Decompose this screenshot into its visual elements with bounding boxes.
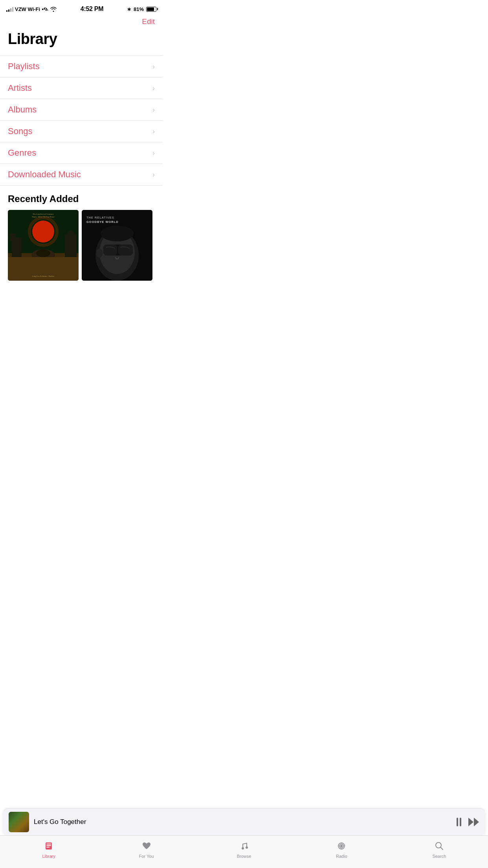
svg-point-5	[35, 223, 52, 240]
bluetooth-icon: ∗	[127, 6, 131, 12]
svg-point-25	[96, 248, 103, 258]
svg-rect-23	[103, 245, 117, 256]
library-item-albums[interactable]: Albums ›	[0, 99, 163, 121]
library-item-genres[interactable]: Genres ›	[0, 142, 163, 164]
library-item-downloaded[interactable]: Downloaded Music ›	[0, 164, 163, 186]
library-list: Playlists › Artists › Albums › Songs › G…	[0, 55, 163, 186]
signal-icon	[6, 6, 13, 12]
album-thumb-haatu[interactable]: The Loneliest of Creatures Haatu · We're…	[8, 210, 79, 281]
album-thumb-relatives[interactable]: THE RELATIVES GOODBYE WORLD	[82, 210, 152, 281]
chevron-right-icon: ›	[152, 84, 155, 92]
svg-rect-11	[65, 235, 77, 257]
edit-button[interactable]: Edit	[142, 17, 155, 26]
svg-point-10	[36, 249, 50, 257]
page-title: Library	[0, 29, 163, 55]
chevron-right-icon: ›	[152, 63, 155, 71]
svg-rect-8	[10, 234, 16, 241]
library-item-artists[interactable]: Artists ›	[0, 77, 163, 99]
top-bar: Edit	[0, 17, 163, 29]
album-grid: The Loneliest of Creatures Haatu · We're…	[0, 210, 163, 281]
library-item-playlists[interactable]: Playlists ›	[0, 56, 163, 77]
status-left: VZW Wi-Fi ▪𝀡	[6, 6, 57, 13]
svg-text:The Loneliest of Creatures: The Loneliest of Creatures	[33, 213, 54, 215]
wifi-icon-svg	[50, 6, 57, 12]
chevron-right-icon: ›	[152, 171, 155, 179]
time-label: 4:52 PM	[81, 6, 103, 13]
chevron-right-icon: ›	[152, 106, 155, 114]
library-item-songs[interactable]: Songs ›	[0, 121, 163, 142]
chevron-right-icon: ›	[152, 149, 155, 157]
svg-text:GOODBYE WORLD: GOODBYE WORLD	[86, 220, 119, 224]
status-bar: VZW Wi-Fi ▪𝀡 4:52 PM ∗ 81%	[0, 0, 163, 17]
svg-text:Haatu · We're Off You Know: Haatu · We're Off You Know	[32, 216, 55, 218]
svg-text:THE RELATIVES: THE RELATIVES	[86, 216, 114, 219]
chevron-right-icon: ›	[152, 127, 155, 136]
section-title: Recently Added	[0, 186, 163, 210]
svg-rect-13	[8, 257, 79, 281]
svg-text:Long Live Dolittmus - Hachim: Long Live Dolittmus - Hachim	[32, 275, 54, 277]
battery-indicator	[146, 7, 156, 12]
battery-percent: 81%	[134, 6, 144, 12]
svg-rect-24	[118, 245, 133, 256]
svg-point-26	[101, 226, 134, 241]
wifi-icon: ▪𝀡	[42, 6, 48, 13]
recently-added-section: Recently Added	[0, 186, 163, 281]
status-right: ∗ 81%	[127, 6, 156, 12]
carrier-label: VZW Wi-Fi	[15, 6, 40, 12]
